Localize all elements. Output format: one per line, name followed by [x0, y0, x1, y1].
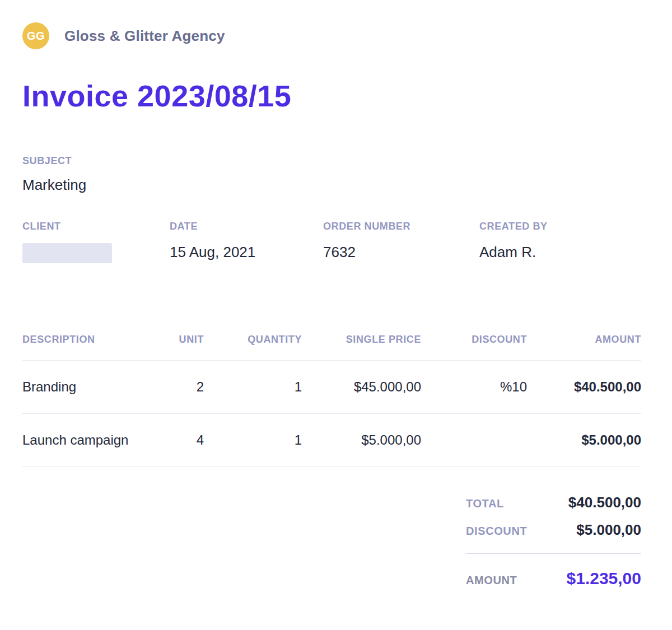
grand-amount-row: AMOUNT $1.235,00 [466, 569, 641, 588]
order-number-value: 7632 [323, 243, 479, 262]
table-row: Branding 2 1 $45.000,00 %10 $40.500,00 [22, 360, 641, 413]
subject-label: SUBJECT [22, 155, 641, 167]
date-label: DATE [170, 220, 323, 233]
item-amount: $40.500,00 [527, 360, 641, 413]
invoice-meta: CLIENT DATE 15 Aug, 2021 ORDER NUMBER 76… [22, 220, 641, 263]
item-unit: 2 [157, 360, 204, 413]
item-quantity: 1 [204, 413, 302, 466]
order-number-label: ORDER NUMBER [323, 220, 479, 233]
discount-value: $5.000,00 [576, 521, 641, 539]
client-label: CLIENT [22, 220, 170, 233]
table-header-row: DESCRIPTION UNIT QUANTITY SINGLE PRICE D… [22, 334, 641, 361]
item-quantity: 1 [204, 360, 302, 413]
date-field: DATE 15 Aug, 2021 [170, 220, 323, 263]
agency-logo: GG [22, 22, 49, 49]
item-unit: 4 [157, 413, 204, 466]
total-value: $40.500,00 [568, 494, 641, 511]
table-row: Launch campaign 4 1 $5.000,00 $5.000,00 [22, 413, 641, 466]
created-by-field: CREATED BY Adam R. [479, 220, 641, 263]
client-field: CLIENT [22, 220, 170, 263]
item-description: Branding [22, 360, 157, 413]
discount-label: DISCOUNT [466, 525, 527, 538]
date-value: 15 Aug, 2021 [170, 243, 323, 262]
item-discount: %10 [421, 360, 527, 413]
total-label: TOTAL [466, 497, 504, 510]
created-by-value: Adam R. [479, 243, 641, 262]
discount-row: DISCOUNT $5.000,00 [466, 521, 641, 539]
client-redacted-value [22, 243, 112, 263]
total-row: TOTAL $40.500,00 [466, 494, 641, 511]
order-number-field: ORDER NUMBER 7632 [323, 220, 479, 263]
subject-value: Marketing [22, 176, 641, 195]
header-quantity: QUANTITY [204, 334, 302, 361]
item-single-price: $5.000,00 [302, 413, 421, 466]
header-amount: AMOUNT [527, 334, 641, 361]
page-title: Invoice 2023/08/15 [22, 78, 641, 113]
header-discount: DISCOUNT [421, 334, 527, 361]
item-single-price: $45.000,00 [302, 360, 421, 413]
brand-header: GG Gloss & Glitter Agency [22, 22, 641, 49]
line-items-table: DESCRIPTION UNIT QUANTITY SINGLE PRICE D… [22, 334, 641, 467]
totals-summary: TOTAL $40.500,00 DISCOUNT $5.000,00 AMOU… [466, 494, 641, 588]
header-description: DESCRIPTION [22, 334, 157, 361]
grand-amount-value: $1.235,00 [567, 569, 641, 588]
created-by-label: CREATED BY [479, 220, 641, 233]
agency-logo-initials: GG [27, 30, 45, 43]
subject-field: SUBJECT Marketing [22, 155, 641, 194]
header-single-price: SINGLE PRICE [302, 334, 421, 361]
grand-amount-label: AMOUNT [466, 574, 517, 587]
totals-divider [466, 553, 641, 554]
item-description: Launch campaign [22, 413, 157, 466]
item-discount [421, 413, 527, 466]
invoice-page: GG Gloss & Glitter Agency Invoice 2023/0… [0, 0, 672, 630]
header-unit: UNIT [157, 334, 204, 361]
item-amount: $5.000,00 [527, 413, 641, 466]
agency-name: Gloss & Glitter Agency [64, 27, 225, 45]
